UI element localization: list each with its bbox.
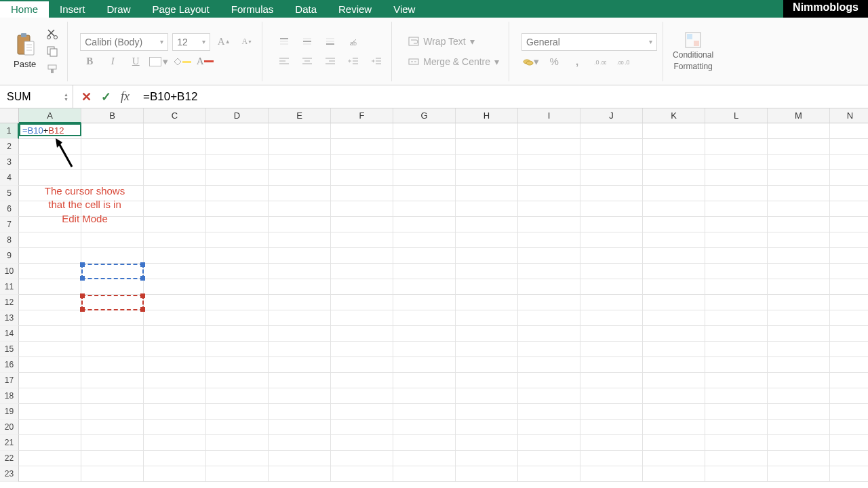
cell[interactable] (393, 248, 456, 264)
cell[interactable] (830, 170, 868, 186)
cell[interactable] (19, 388, 81, 404)
cell[interactable] (19, 310, 81, 326)
cell[interactable] (206, 310, 269, 326)
cell[interactable] (393, 139, 456, 155)
cell[interactable] (705, 357, 768, 373)
cell[interactable] (393, 295, 456, 310)
cell[interactable] (830, 201, 868, 217)
cell[interactable] (518, 420, 580, 435)
cell[interactable] (580, 342, 643, 357)
cell[interactable] (830, 295, 868, 310)
cell[interactable] (269, 435, 331, 451)
cell[interactable] (830, 451, 868, 466)
cell[interactable] (81, 248, 144, 264)
cell[interactable] (705, 139, 768, 155)
cell[interactable] (580, 123, 643, 139)
tab-review[interactable]: Review (328, 0, 382, 18)
cell[interactable] (768, 420, 830, 435)
cell[interactable] (393, 186, 456, 201)
cell[interactable] (81, 279, 144, 295)
column-header-h[interactable]: H (456, 108, 518, 123)
cell[interactable] (331, 388, 393, 404)
cell[interactable] (144, 201, 206, 217)
column-header-n[interactable]: N (830, 108, 868, 123)
fill-color-button[interactable] (172, 54, 191, 70)
cell[interactable] (830, 388, 868, 404)
column-header-m[interactable]: M (768, 108, 830, 123)
cell[interactable] (580, 404, 643, 420)
row-header-17[interactable]: 17 (0, 373, 19, 388)
row-header-14[interactable]: 14 (0, 326, 19, 342)
decrease-indent-button[interactable] (344, 53, 363, 69)
conditional-formatting-button[interactable]: ConditionalFormatting (670, 31, 716, 71)
cell[interactable] (393, 420, 456, 435)
copy-button[interactable] (43, 43, 62, 60)
cell[interactable] (456, 451, 518, 466)
cell[interactable] (643, 170, 705, 186)
cell[interactable] (705, 420, 768, 435)
cell[interactable] (144, 451, 206, 466)
cell[interactable] (830, 279, 868, 295)
cell[interactable] (830, 466, 868, 482)
cell[interactable] (643, 388, 705, 404)
cell[interactable] (144, 232, 206, 248)
cell[interactable] (81, 388, 144, 404)
cell[interactable] (580, 139, 643, 155)
align-bottom-button[interactable] (321, 34, 340, 50)
cell[interactable] (643, 420, 705, 435)
cell[interactable] (81, 435, 144, 451)
cell[interactable] (830, 326, 868, 342)
cell[interactable] (768, 357, 830, 373)
cell[interactable] (456, 217, 518, 232)
cell[interactable] (830, 404, 868, 420)
cell[interactable] (393, 310, 456, 326)
cell[interactable] (331, 139, 393, 155)
cell[interactable] (643, 139, 705, 155)
cell[interactable] (768, 435, 830, 451)
cell[interactable] (206, 123, 269, 139)
column-header-f[interactable]: F (331, 108, 393, 123)
cell[interactable] (393, 170, 456, 186)
format-painter-button[interactable] (43, 61, 62, 77)
cell[interactable] (456, 357, 518, 373)
cell[interactable] (269, 170, 331, 186)
cell[interactable] (331, 435, 393, 451)
cell[interactable] (456, 201, 518, 217)
cell[interactable] (643, 342, 705, 357)
tab-page-layout[interactable]: Page Layout (142, 0, 220, 18)
cell[interactable] (518, 388, 580, 404)
cell[interactable] (456, 420, 518, 435)
cell[interactable] (705, 388, 768, 404)
cell[interactable] (580, 201, 643, 217)
paste-button[interactable]: Paste (11, 32, 39, 70)
cell[interactable] (206, 248, 269, 264)
cell[interactable] (144, 404, 206, 420)
cell[interactable] (580, 388, 643, 404)
fx-icon[interactable]: fx (121, 89, 130, 104)
comma-button[interactable]: , (568, 54, 587, 70)
cell[interactable] (393, 123, 456, 139)
cell[interactable] (144, 170, 206, 186)
cell[interactable] (393, 404, 456, 420)
row-header-8[interactable]: 8 (0, 232, 19, 248)
enter-button[interactable]: ✓ (101, 89, 111, 104)
cell[interactable] (768, 295, 830, 310)
cell[interactable] (269, 451, 331, 466)
row-header-10[interactable]: 10 (0, 264, 19, 279)
cell[interactable] (580, 217, 643, 232)
cell[interactable] (830, 186, 868, 201)
cell[interactable] (705, 310, 768, 326)
cell[interactable] (456, 155, 518, 170)
cell[interactable] (206, 388, 269, 404)
cell[interactable] (206, 435, 269, 451)
row-header-5[interactable]: 5 (0, 186, 19, 201)
row-header-18[interactable]: 18 (0, 388, 19, 404)
cell[interactable] (518, 435, 580, 451)
cell[interactable] (393, 217, 456, 232)
cell[interactable] (705, 326, 768, 342)
cell[interactable] (393, 451, 456, 466)
cell[interactable] (269, 357, 331, 373)
row-header-6[interactable]: 6 (0, 201, 19, 217)
cell[interactable] (768, 373, 830, 388)
tab-view[interactable]: View (382, 0, 426, 18)
